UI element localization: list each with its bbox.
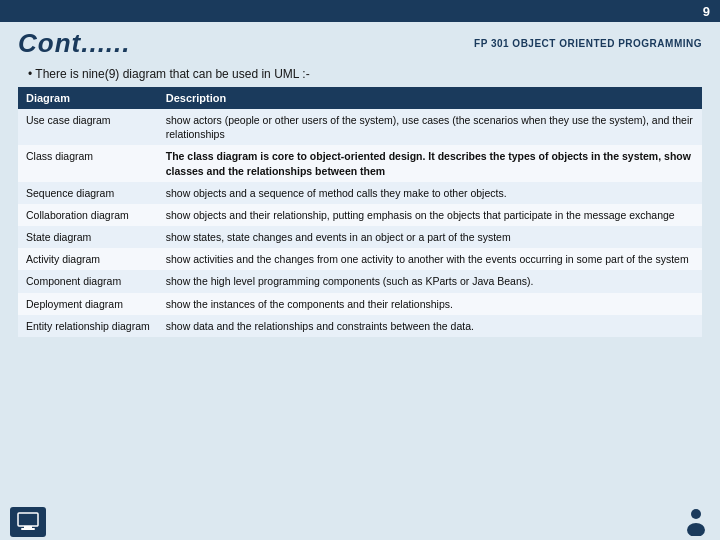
table-row: Class diagramThe class diagram is core t…: [18, 145, 702, 181]
diagram-description: show data and the relationships and cons…: [158, 315, 702, 337]
diagram-name: Entity relationship diagram: [18, 315, 158, 337]
table-row: Deployment diagramshow the instances of …: [18, 293, 702, 315]
diagram-description: show objects and their relationship, put…: [158, 204, 702, 226]
table-row: Collaboration diagramshow objects and th…: [18, 204, 702, 226]
diagram-name: Class diagram: [18, 145, 158, 181]
bullet-section: There is nine(9) diagram that can be use…: [0, 63, 720, 87]
slide-number: 9: [703, 4, 710, 19]
diagram-description: show states, state changes and events in…: [158, 226, 702, 248]
table-header-row: Diagram Description: [18, 87, 702, 109]
table-row: Sequence diagramshow objects and a seque…: [18, 182, 702, 204]
computer-icon: [10, 507, 46, 537]
diagram-name: Activity diagram: [18, 248, 158, 270]
table-row: Entity relationship diagramshow data and…: [18, 315, 702, 337]
top-bar: 9: [0, 0, 720, 22]
col-header-diagram: Diagram: [18, 87, 158, 109]
col-header-description: Description: [158, 87, 702, 109]
bullet-text: There is nine(9) diagram that can be use…: [28, 67, 310, 81]
diagram-description: show the high level programming componen…: [158, 270, 702, 292]
diagram-name: Component diagram: [18, 270, 158, 292]
diagram-name: State diagram: [18, 226, 158, 248]
person-icon: [682, 508, 710, 536]
diagram-name: Collaboration diagram: [18, 204, 158, 226]
svg-rect-0: [18, 513, 38, 526]
svg-rect-2: [21, 528, 35, 530]
diagram-description: show objects and a sequence of method ca…: [158, 182, 702, 204]
diagram-description: show activities and the changes from one…: [158, 248, 702, 270]
table-row: State diagramshow states, state changes …: [18, 226, 702, 248]
svg-rect-1: [24, 526, 32, 528]
diagram-name: Use case diagram: [18, 109, 158, 145]
table-container: Diagram Description Use case diagramshow…: [18, 87, 702, 337]
table-row: Activity diagramshow activities and the …: [18, 248, 702, 270]
diagram-name: Sequence diagram: [18, 182, 158, 204]
diagram-description: The class diagram is core to object-orie…: [158, 145, 702, 181]
header: Cont...... FP 301 OBJECT ORIENTED PROGRA…: [0, 22, 720, 63]
diagram-table: Diagram Description Use case diagramshow…: [18, 87, 702, 337]
svg-point-4: [687, 523, 705, 536]
table-row: Use case diagramshow actors (people or o…: [18, 109, 702, 145]
table-row: Component diagramshow the high level pro…: [18, 270, 702, 292]
diagram-description: show the instances of the components and…: [158, 293, 702, 315]
diagram-description: show actors (people or other users of th…: [158, 109, 702, 145]
slide: 9 Cont...... FP 301 OBJECT ORIENTED PROG…: [0, 0, 720, 540]
bottom-bar: [0, 504, 720, 540]
diagram-name: Deployment diagram: [18, 293, 158, 315]
computer-svg: [17, 512, 39, 532]
svg-point-3: [691, 509, 701, 519]
slide-subtitle: FP 301 OBJECT ORIENTED PROGRAMMING: [474, 38, 702, 49]
person-svg: [685, 508, 707, 536]
slide-title: Cont......: [18, 28, 131, 59]
